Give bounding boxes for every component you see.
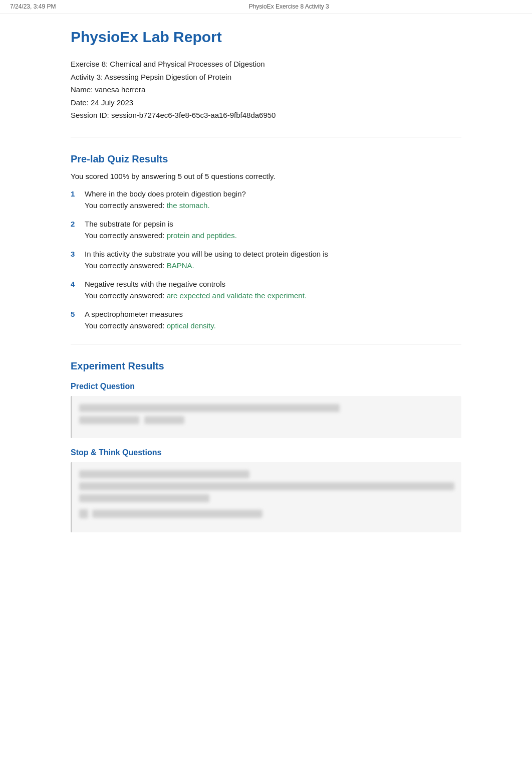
answer-value-2: protein and peptides.	[167, 231, 237, 240]
quiz-question-3: 3 In this activity the substrate you wil…	[71, 250, 461, 270]
question-number-1: 1	[71, 189, 80, 198]
date-label: Date:	[71, 98, 89, 107]
answer-row-5: You correctly answered: optical density.	[85, 321, 461, 330]
answer-label-2: You correctly answered:	[85, 231, 165, 240]
question-number-5: 5	[71, 310, 80, 318]
browser-page-title: PhysioEx Exercise 8 Activity 3	[249, 3, 329, 10]
stop-think-bullet	[79, 509, 88, 518]
question-text-2: The substrate for pepsin is	[85, 220, 173, 228]
meta-info: Exercise 8: Chemical and Physical Proces…	[71, 58, 461, 122]
date-line: Date: 24 July 2023	[71, 96, 461, 109]
quiz-question-4: 4 Negative results with the negative con…	[71, 280, 461, 300]
quiz-question-2: 2 The substrate for pepsin is You correc…	[71, 220, 461, 240]
question-row-4: 4 Negative results with the negative con…	[71, 280, 461, 288]
answer-label-3: You correctly answered:	[85, 261, 165, 270]
question-row-2: 2 The substrate for pepsin is	[71, 220, 461, 228]
stop-think-blurred-content	[79, 470, 454, 502]
stop-think-title: Stop & Think Questions	[71, 448, 461, 457]
answer-label-5: You correctly answered:	[85, 321, 165, 330]
score-text: You scored 100% by answering 5 out of 5 …	[71, 172, 461, 180]
session-label: Session ID:	[71, 111, 109, 119]
stop-think-blurred-line-4	[92, 510, 262, 518]
answer-row-3: You correctly answered: BAPNA.	[85, 261, 461, 270]
stop-think-blurred-line-2	[79, 482, 454, 490]
question-text-4: Negative results with the negative contr…	[85, 280, 225, 288]
browser-bar: 7/24/23, 3:49 PM PhysioEx Exercise 8 Act…	[0, 0, 532, 14]
question-number-2: 2	[71, 220, 80, 228]
answer-label-4: You correctly answered:	[85, 291, 165, 300]
question-text-3: In this activity the substrate you will …	[85, 250, 328, 258]
answer-value-1: the stomach.	[167, 201, 210, 210]
answer-row-1: You correctly answered: the stomach.	[85, 201, 461, 210]
predict-blurred-line-3	[144, 416, 184, 424]
question-text-1: Where in the body does protein digestion…	[85, 189, 246, 198]
predict-blurred-line-1	[79, 404, 340, 412]
session-line: Session ID: session-b7274ec6-3fe8-65c3-a…	[71, 109, 461, 122]
answer-value-4: are expected and validate the experiment…	[167, 291, 307, 300]
exercise-line: Exercise 8: Chemical and Physical Proces…	[71, 58, 461, 71]
name-line: Name: vanesa herrera	[71, 83, 461, 96]
name-value: vanesa herrera	[95, 85, 145, 94]
stop-think-blurred-content-2	[79, 509, 454, 522]
answer-row-2: You correctly answered: protein and pept…	[85, 231, 461, 240]
answer-row-4: You correctly answered: are expected and…	[85, 291, 461, 300]
stop-think-blurred-line-3	[79, 494, 209, 502]
answer-label-1: You correctly answered:	[85, 201, 165, 210]
question-number-3: 3	[71, 250, 80, 258]
predict-blurred-line-2	[79, 416, 139, 424]
page-title: PhysioEx Lab Report	[71, 29, 461, 46]
question-row-3: 3 In this activity the substrate you wil…	[71, 250, 461, 258]
activity-line: Activity 3: Assessing Pepsin Digestion o…	[71, 71, 461, 84]
predict-question-section	[71, 396, 461, 438]
question-row-1: 1 Where in the body does protein digesti…	[71, 189, 461, 198]
predict-question-title: Predict Question	[71, 382, 461, 391]
answer-value-3: BAPNA.	[167, 261, 194, 270]
divider-2	[71, 344, 461, 344]
prelab-section-title: Pre-lab Quiz Results	[71, 153, 461, 165]
page-content: PhysioEx Lab Report Exercise 8: Chemical…	[61, 14, 471, 569]
name-label: Name:	[71, 85, 93, 94]
experiment-section-title: Experiment Results	[71, 360, 461, 372]
quiz-question-1: 1 Where in the body does protein digesti…	[71, 189, 461, 210]
session-value: session-b7274ec6-3fe8-65c3-aa16-9fbf48da…	[111, 111, 276, 119]
quiz-question-5: 5 A spectrophometer measures You correct…	[71, 310, 461, 330]
stop-think-blurred-line-1	[79, 470, 249, 478]
question-number-4: 4	[71, 280, 80, 288]
date-value: 24 July 2023	[91, 98, 133, 107]
stop-think-section	[71, 462, 461, 532]
divider-1	[71, 137, 461, 137]
predict-blurred-content	[79, 404, 454, 428]
question-text-5: A spectrophometer measures	[85, 310, 183, 318]
browser-timestamp: 7/24/23, 3:49 PM	[10, 3, 56, 10]
answer-value-5: optical density.	[167, 321, 216, 330]
question-row-5: 5 A spectrophometer measures	[71, 310, 461, 318]
